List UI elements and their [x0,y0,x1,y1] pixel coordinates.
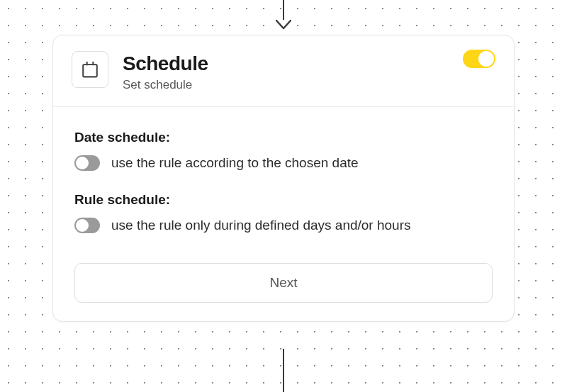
card-header: Schedule Set schedule [53,35,514,107]
flow-arrow-out [283,349,284,392]
card-subtitle: Set schedule [123,78,208,92]
header-text: Schedule Set schedule [123,51,208,92]
next-button[interactable]: Next [74,263,493,303]
date-schedule-label: use the rule according to the chosen dat… [111,155,359,171]
svg-rect-0 [83,65,97,77]
schedule-card: Schedule Set schedule Date schedule: use… [52,35,515,322]
date-schedule-title: Date schedule: [74,130,493,145]
card-title: Schedule [123,52,208,75]
date-schedule-section: Date schedule: use the rule according to… [74,130,493,171]
rule-schedule-toggle[interactable] [74,218,100,233]
date-schedule-toggle[interactable] [74,155,100,171]
date-schedule-option: use the rule according to the chosen dat… [74,155,493,171]
card-body: Date schedule: use the rule according to… [53,107,514,321]
schedule-enable-toggle[interactable] [463,50,495,68]
rule-schedule-option: use the rule only during defined days an… [74,218,493,233]
calendar-icon [72,51,108,88]
rule-schedule-title: Rule schedule: [74,192,493,208]
rule-schedule-section: Rule schedule: use the rule only during … [74,192,493,233]
rule-schedule-label: use the rule only during defined days an… [111,218,411,233]
flow-arrow-in [276,0,291,30]
